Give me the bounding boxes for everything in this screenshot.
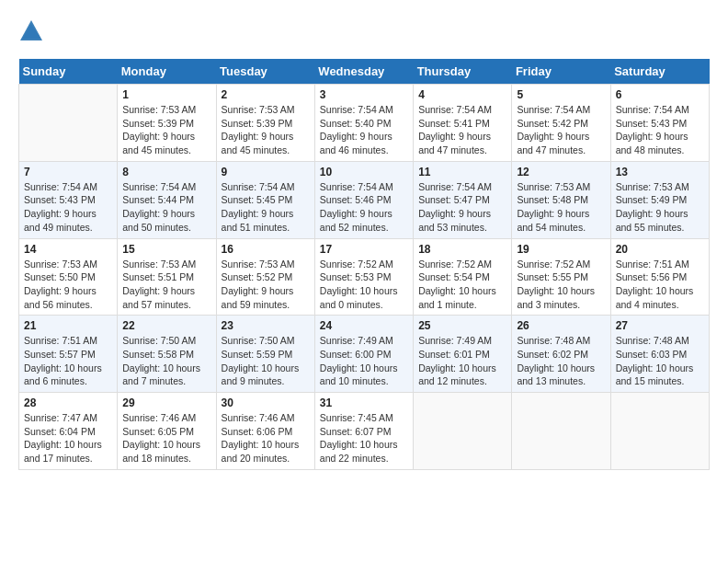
- weekday-tuesday: Tuesday: [216, 59, 314, 85]
- calendar-header: SundayMondayTuesdayWednesdayThursdayFrid…: [19, 59, 710, 85]
- day-number: 17: [320, 243, 408, 256]
- day-info: Sunrise: 7:53 AMSunset: 5:50 PMDaylight:…: [24, 258, 112, 312]
- calendar-cell: 21Sunrise: 7:51 AMSunset: 5:57 PMDayligh…: [19, 316, 118, 393]
- day-info: Sunrise: 7:53 AMSunset: 5:39 PMDaylight:…: [222, 103, 310, 157]
- calendar-cell: 22Sunrise: 7:50 AMSunset: 5:58 PMDayligh…: [118, 316, 216, 393]
- calendar-cell: 24Sunrise: 7:49 AMSunset: 6:00 PMDayligh…: [314, 316, 413, 393]
- day-info: Sunrise: 7:53 AMSunset: 5:48 PMDaylight:…: [517, 180, 605, 235]
- calendar-cell: 9Sunrise: 7:54 AMSunset: 5:45 PMDaylight…: [216, 161, 314, 238]
- day-info: Sunrise: 7:54 AMSunset: 5:42 PMDaylight:…: [517, 103, 605, 157]
- day-number: 18: [418, 243, 506, 256]
- calendar-cell: 5Sunrise: 7:54 AMSunset: 5:42 PMDaylight…: [512, 85, 610, 162]
- calendar-cell: 23Sunrise: 7:50 AMSunset: 5:59 PMDayligh…: [216, 316, 314, 393]
- day-number: 21: [24, 319, 112, 332]
- day-info: Sunrise: 7:53 AMSunset: 5:49 PMDaylight:…: [616, 180, 704, 235]
- logo-icon: [18, 18, 44, 44]
- calendar-cell: [414, 393, 512, 470]
- day-number: 25: [418, 319, 506, 332]
- day-info: Sunrise: 7:50 AMSunset: 5:59 PMDaylight:…: [222, 334, 310, 388]
- weekday-thursday: Thursday: [414, 59, 512, 85]
- day-number: 24: [320, 319, 408, 332]
- calendar-cell: 3Sunrise: 7:54 AMSunset: 5:40 PMDaylight…: [314, 85, 413, 162]
- day-info: Sunrise: 7:45 AMSunset: 6:07 PMDaylight:…: [320, 411, 408, 465]
- calendar-cell: 18Sunrise: 7:52 AMSunset: 5:54 PMDayligh…: [414, 238, 512, 316]
- day-number: 8: [122, 166, 210, 178]
- calendar-cell: 11Sunrise: 7:54 AMSunset: 5:47 PMDayligh…: [414, 161, 512, 238]
- calendar-week-2: 7Sunrise: 7:54 AMSunset: 5:43 PMDaylight…: [19, 161, 710, 238]
- day-info: Sunrise: 7:46 AMSunset: 6:06 PMDaylight:…: [222, 411, 310, 465]
- day-info: Sunrise: 7:52 AMSunset: 5:55 PMDaylight:…: [517, 258, 605, 312]
- day-info: Sunrise: 7:54 AMSunset: 5:43 PMDaylight:…: [24, 180, 112, 235]
- day-info: Sunrise: 7:54 AMSunset: 5:47 PMDaylight:…: [418, 180, 506, 235]
- calendar-cell: [610, 393, 709, 470]
- day-info: Sunrise: 7:53 AMSunset: 5:51 PMDaylight:…: [122, 258, 210, 312]
- calendar-cell: 27Sunrise: 7:48 AMSunset: 6:03 PMDayligh…: [610, 316, 709, 393]
- day-number: 11: [418, 166, 506, 178]
- day-info: Sunrise: 7:48 AMSunset: 6:03 PMDaylight:…: [616, 334, 704, 388]
- day-info: Sunrise: 7:47 AMSunset: 6:04 PMDaylight:…: [24, 411, 112, 465]
- day-number: 30: [222, 396, 310, 409]
- day-number: 6: [616, 88, 704, 101]
- svg-marker-1: [22, 24, 40, 39]
- day-info: Sunrise: 7:54 AMSunset: 5:41 PMDaylight:…: [418, 103, 506, 157]
- calendar-cell: 19Sunrise: 7:52 AMSunset: 5:55 PMDayligh…: [512, 238, 610, 316]
- day-number: 1: [122, 88, 210, 101]
- calendar-cell: 6Sunrise: 7:54 AMSunset: 5:43 PMDaylight…: [610, 85, 709, 162]
- calendar-cell: 10Sunrise: 7:54 AMSunset: 5:46 PMDayligh…: [314, 161, 413, 238]
- calendar-week-5: 28Sunrise: 7:47 AMSunset: 6:04 PMDayligh…: [19, 393, 710, 470]
- day-info: Sunrise: 7:54 AMSunset: 5:43 PMDaylight:…: [616, 103, 704, 157]
- day-info: Sunrise: 7:53 AMSunset: 5:52 PMDaylight:…: [222, 258, 310, 312]
- calendar-table: SundayMondayTuesdayWednesdayThursdayFrid…: [18, 59, 710, 470]
- calendar-cell: 26Sunrise: 7:48 AMSunset: 6:02 PMDayligh…: [512, 316, 610, 393]
- day-number: 16: [222, 243, 310, 256]
- day-number: 28: [24, 396, 112, 409]
- calendar-cell: 4Sunrise: 7:54 AMSunset: 5:41 PMDaylight…: [414, 85, 512, 162]
- day-number: 31: [320, 396, 408, 409]
- day-number: 2: [222, 88, 310, 101]
- calendar-cell: 8Sunrise: 7:54 AMSunset: 5:44 PMDaylight…: [118, 161, 216, 238]
- weekday-header-row: SundayMondayTuesdayWednesdayThursdayFrid…: [19, 59, 710, 85]
- weekday-monday: Monday: [118, 59, 216, 85]
- calendar-cell: 20Sunrise: 7:51 AMSunset: 5:56 PMDayligh…: [610, 238, 709, 316]
- day-number: 13: [616, 166, 704, 178]
- day-number: 20: [616, 243, 704, 256]
- weekday-saturday: Saturday: [610, 59, 709, 85]
- day-info: Sunrise: 7:49 AMSunset: 6:00 PMDaylight:…: [320, 334, 408, 388]
- logo: [18, 18, 48, 44]
- day-number: 5: [517, 88, 605, 101]
- calendar-cell: [512, 393, 610, 470]
- day-info: Sunrise: 7:48 AMSunset: 6:02 PMDaylight:…: [517, 334, 605, 388]
- calendar-week-4: 21Sunrise: 7:51 AMSunset: 5:57 PMDayligh…: [19, 316, 710, 393]
- day-info: Sunrise: 7:54 AMSunset: 5:44 PMDaylight:…: [122, 180, 210, 235]
- day-info: Sunrise: 7:46 AMSunset: 6:05 PMDaylight:…: [122, 411, 210, 465]
- day-number: 26: [517, 319, 605, 332]
- day-number: 15: [122, 243, 210, 256]
- day-info: Sunrise: 7:51 AMSunset: 5:56 PMDaylight:…: [616, 258, 704, 312]
- day-info: Sunrise: 7:53 AMSunset: 5:39 PMDaylight:…: [122, 103, 210, 157]
- day-number: 7: [24, 166, 112, 178]
- calendar-cell: 28Sunrise: 7:47 AMSunset: 6:04 PMDayligh…: [19, 393, 118, 470]
- day-number: 23: [222, 319, 310, 332]
- day-info: Sunrise: 7:49 AMSunset: 6:01 PMDaylight:…: [418, 334, 506, 388]
- calendar-cell: 14Sunrise: 7:53 AMSunset: 5:50 PMDayligh…: [19, 238, 118, 316]
- day-info: Sunrise: 7:52 AMSunset: 5:53 PMDaylight:…: [320, 258, 408, 312]
- day-info: Sunrise: 7:54 AMSunset: 5:46 PMDaylight:…: [320, 180, 408, 235]
- calendar-cell: 1Sunrise: 7:53 AMSunset: 5:39 PMDaylight…: [118, 85, 216, 162]
- calendar-cell: 13Sunrise: 7:53 AMSunset: 5:49 PMDayligh…: [610, 161, 709, 238]
- day-number: 14: [24, 243, 112, 256]
- weekday-friday: Friday: [512, 59, 610, 85]
- day-info: Sunrise: 7:52 AMSunset: 5:54 PMDaylight:…: [418, 258, 506, 312]
- calendar-cell: [19, 85, 118, 162]
- day-number: 4: [418, 88, 506, 101]
- day-info: Sunrise: 7:51 AMSunset: 5:57 PMDaylight:…: [24, 334, 112, 388]
- calendar-cell: 30Sunrise: 7:46 AMSunset: 6:06 PMDayligh…: [216, 393, 314, 470]
- calendar-cell: 25Sunrise: 7:49 AMSunset: 6:01 PMDayligh…: [414, 316, 512, 393]
- day-number: 12: [517, 166, 605, 178]
- calendar-cell: 7Sunrise: 7:54 AMSunset: 5:43 PMDaylight…: [19, 161, 118, 238]
- calendar-cell: 31Sunrise: 7:45 AMSunset: 6:07 PMDayligh…: [314, 393, 413, 470]
- page-header: [18, 18, 710, 44]
- calendar-cell: 29Sunrise: 7:46 AMSunset: 6:05 PMDayligh…: [118, 393, 216, 470]
- calendar-cell: 15Sunrise: 7:53 AMSunset: 5:51 PMDayligh…: [118, 238, 216, 316]
- calendar-body: 1Sunrise: 7:53 AMSunset: 5:39 PMDaylight…: [19, 85, 710, 470]
- day-info: Sunrise: 7:54 AMSunset: 5:40 PMDaylight:…: [320, 103, 408, 157]
